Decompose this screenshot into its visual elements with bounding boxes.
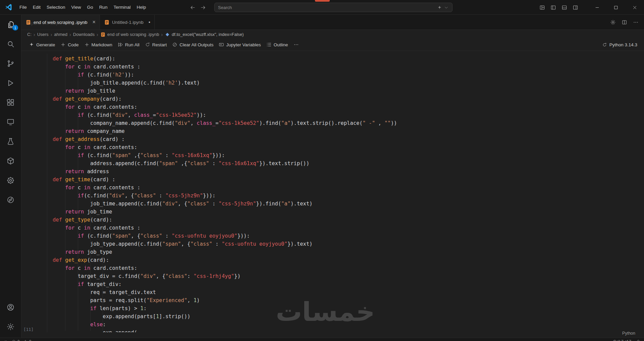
- activity-gear-circle[interactable]: [0, 170, 21, 190]
- customize-layout-icon[interactable]: [539, 5, 545, 10]
- more-actions-icon[interactable]: [633, 19, 639, 25]
- menu-run[interactable]: Run: [96, 3, 111, 11]
- menu-edit[interactable]: Edit: [30, 3, 44, 11]
- settings-icon: [6, 323, 15, 331]
- code-line[interactable]: if(c.find("div", {"class" : "css-5jhz9n"…: [53, 192, 397, 200]
- notebook-settings-icon[interactable]: [610, 19, 616, 25]
- activity-account[interactable]: [0, 297, 21, 317]
- code-line[interactable]: for c in card.contents:: [53, 143, 397, 151]
- toolbar-outline-button[interactable]: Outline: [264, 41, 291, 49]
- code-line[interactable]: for c in card.contents :: [53, 224, 397, 232]
- chevron-down-icon[interactable]: [444, 5, 449, 10]
- code-line[interactable]: if target_div:: [53, 280, 397, 288]
- toggle-sidebar-icon[interactable]: [550, 5, 556, 10]
- code-line[interactable]: return job_title: [53, 87, 397, 95]
- code-line[interactable]: return address: [53, 167, 397, 176]
- breadcrumb-item[interactable]: ahmed: [54, 32, 67, 37]
- copilot-icon[interactable]: [437, 5, 442, 10]
- toggle-panel-icon[interactable]: [561, 5, 567, 10]
- code-line[interactable]: return company_name: [53, 127, 397, 135]
- activity-search[interactable]: [0, 34, 21, 54]
- code-line[interactable]: job_time.append(c.find("div", {"class" :…: [53, 200, 397, 208]
- breadcrumb-item[interactable]: Downloads: [73, 32, 95, 37]
- menu-selection[interactable]: Selection: [44, 3, 68, 11]
- variables-icon: [219, 42, 224, 47]
- code-line[interactable]: return job_type: [53, 248, 397, 256]
- code-line[interactable]: for c in card.contents:: [53, 264, 397, 272]
- code-line[interactable]: if (c.find("span", {"class" : "css-uofnt…: [53, 232, 397, 240]
- code-line[interactable]: for c in card.contents:: [53, 103, 397, 111]
- forward-icon[interactable]: [200, 5, 206, 10]
- code-line[interactable]: def get_address(card) :: [53, 135, 397, 143]
- code-line[interactable]: def get_exp(card):: [53, 256, 397, 264]
- activity-source-control[interactable]: [0, 54, 21, 73]
- toolbar-run-all-button[interactable]: Run All: [115, 41, 142, 49]
- code-line[interactable]: for c in card.contents :: [53, 63, 397, 71]
- sparkle-icon: [29, 42, 34, 47]
- code-line[interactable]: def get_company(card):: [53, 95, 397, 103]
- activity-run-debug[interactable]: [0, 73, 21, 93]
- code-line[interactable]: job_title.append(c.find('h2').text): [53, 79, 397, 87]
- activity-remote-explorer[interactable]: [0, 112, 21, 132]
- code-line[interactable]: if (c.find("span" ,{"class" : "css-16x61…: [53, 151, 397, 159]
- code-line[interactable]: if (c.find("div", class_="css-1k5ee52"))…: [53, 111, 397, 119]
- status-errors[interactable]: 0: [11, 339, 20, 341]
- code-line[interactable]: def get_type(card):: [53, 216, 397, 224]
- menu-terminal[interactable]: Terminal: [110, 3, 133, 11]
- code-area[interactable]: def get_title(card): for c in card.conte…: [53, 55, 397, 332]
- search-actions: [437, 5, 449, 10]
- menu-help[interactable]: Help: [133, 3, 149, 11]
- breadcrumb-item[interactable]: df.to_excel("wuzff.xlsx", index=False): [165, 32, 244, 37]
- unsaved-dot-icon[interactable]: ●: [149, 20, 150, 24]
- breadcrumb-item[interactable]: Users: [37, 32, 49, 37]
- code-line[interactable]: job_type.append(c.find("span", {"class" …: [53, 240, 397, 248]
- back-icon[interactable]: [190, 5, 196, 10]
- toolbar-more-button[interactable]: [291, 41, 302, 49]
- status-remote[interactable]: [3, 339, 8, 341]
- toggle-secondary-sidebar-icon[interactable]: [573, 5, 578, 10]
- toolbar-jupyter-variables-button[interactable]: Jupyter Variables: [216, 41, 263, 49]
- code-line[interactable]: company_name.append(c.find("div", class_…: [53, 119, 397, 127]
- menu-file[interactable]: File: [16, 3, 30, 11]
- toolbar-markdown-button[interactable]: Markdown: [82, 41, 115, 49]
- tab-untitled-1-ipynb[interactable]: Untitled-1.ipynb●: [100, 15, 155, 30]
- tab-close-icon[interactable]: ×: [93, 19, 96, 25]
- status-notifications[interactable]: [636, 339, 641, 341]
- activity-testing[interactable]: [0, 132, 21, 151]
- code-line[interactable]: req = target_div.text: [53, 288, 397, 296]
- kernel-picker[interactable]: Python 3.14.3: [602, 42, 639, 47]
- code-line[interactable]: address.append(c.find("span" ,{"class" :…: [53, 159, 397, 167]
- code-line[interactable]: target_div = c.find("div", {"class": "cs…: [53, 272, 397, 280]
- code-line[interactable]: for c in card.contents :: [53, 184, 397, 192]
- tab-end-of-web-scraping-ipynb[interactable]: end of web scraping .ipynb×: [21, 15, 100, 30]
- code-line[interactable]: def get_time(card) :: [53, 176, 397, 184]
- maximize-button[interactable]: [606, 0, 625, 15]
- status-warnings[interactable]: 0: [23, 339, 32, 341]
- toolbar-clear-all-outputs-button[interactable]: Clear All Outputs: [169, 41, 216, 49]
- code-line[interactable]: def get_title(card):: [53, 55, 397, 63]
- menu-view[interactable]: View: [68, 3, 84, 11]
- toolbar-restart-button[interactable]: Restart: [142, 41, 170, 49]
- activity-explorer[interactable]: 1: [0, 15, 21, 34]
- activity-settings[interactable]: [0, 317, 21, 336]
- breadcrumb-item[interactable]: C:: [27, 32, 32, 37]
- breadcrumb-item[interactable]: end of web scraping .ipynb: [100, 32, 159, 37]
- layout-controls: [539, 5, 578, 10]
- search-input[interactable]: Search: [214, 3, 452, 12]
- status-cell-position[interactable]: Cell 7 of 7: [613, 339, 631, 341]
- toolbar-code-button[interactable]: Code: [58, 41, 81, 49]
- code-line[interactable]: exp.append(: [53, 329, 397, 332]
- code-line[interactable]: return job_time: [53, 208, 397, 216]
- outline-icon: [266, 42, 272, 47]
- activity-packages[interactable]: [0, 151, 21, 170]
- activity-python[interactable]: [0, 190, 21, 209]
- activity-extensions[interactable]: [0, 93, 21, 112]
- toolbar-label: Restart: [152, 42, 167, 47]
- minimize-button[interactable]: [588, 0, 606, 15]
- split-editor-icon[interactable]: [622, 19, 627, 25]
- cell-language-label[interactable]: Python: [622, 331, 635, 336]
- toolbar-generate-button[interactable]: Generate: [26, 41, 58, 49]
- code-line[interactable]: if (c.find('h2')):: [53, 71, 397, 79]
- menu-go[interactable]: Go: [84, 3, 96, 11]
- close-button[interactable]: [625, 0, 644, 15]
